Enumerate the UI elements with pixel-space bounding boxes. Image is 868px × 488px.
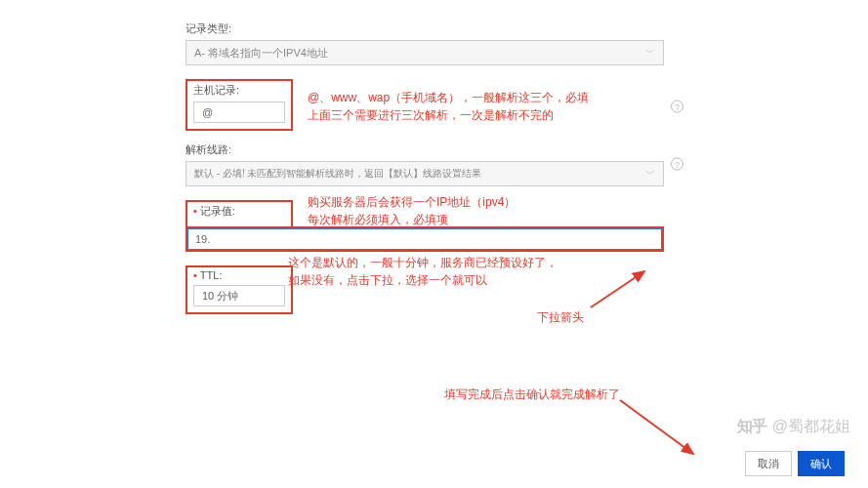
ttl-select[interactable]: 10 分钟 [193,285,285,306]
required-dot: • [193,205,197,217]
confirm-button[interactable]: 确认 [798,451,845,476]
resolve-line-value: 默认 - 必填! 未匹配到智能解析线路时，返回【默认】线路设置结果 [194,167,481,181]
record-type-value: A- 将域名指向一个IPV4地址 [194,46,328,61]
required-dot: • [193,269,197,281]
arrow-icon [586,264,664,312]
help-icon[interactable]: ? [671,101,683,113]
watermark-author: @蜀都花姐 [772,417,850,437]
annotation-host-2: 上面三个需要进行三次解析，一次是解析不完的 [308,106,554,124]
ttl-value: 10 分钟 [202,289,238,304]
record-value-input[interactable]: 19. [186,226,664,252]
record-type-group: 记录类型: A- 将域名指向一个IPV4地址 ﹀ [186,21,664,65]
host-record-value: @ [202,106,213,118]
resolve-line-group: 解析线路: 默认 - 必填! 未匹配到智能解析线路时，返回【默认】线路设置结果 … [186,142,664,186]
arrow-icon [615,395,713,464]
ttl-highlight: •TTL: 10 分钟 [186,265,293,314]
resolve-line-select[interactable]: 默认 - 必填! 未匹配到智能解析线路时，返回【默认】线路设置结果 ﹀ [186,161,664,186]
record-value-highlight: •记录值: [186,200,293,228]
chevron-down-icon: ﹀ [645,167,655,181]
annotation-ttl-2: 如果没有，点击下拉，选择一个就可以 [288,271,487,289]
cancel-button[interactable]: 取消 [745,451,792,476]
svg-line-1 [620,400,693,454]
record-value-text: 19. [195,233,210,245]
annotation-value-2: 每次解析必须填入，必填项 [308,211,448,228]
watermark: 知乎 @蜀都花姐 [737,417,850,437]
annotation-value-1: 购买服务器后会获得一个IP地址（ipv4） [308,193,516,211]
annotation-host-1: @、www、wap（手机域名），一般解析这三个，必填 [308,89,589,106]
record-value-label: •记录值: [193,204,285,219]
resolve-line-label: 解析线路: [186,142,664,157]
annotation-dropdown-arrow: 下拉箭头 [537,308,584,326]
host-record-highlight: 主机记录: @ [186,79,293,131]
annotation-final: 填写完成后点击确认就完成解析了 [444,386,620,403]
svg-line-0 [591,271,644,307]
record-type-label: 记录类型: [186,21,664,36]
help-icon[interactable]: ? [671,158,683,171]
annotation-ttl-1: 这个是默认的，一般十分钟，服务商已经预设好了， [288,254,558,271]
host-record-input[interactable]: @ [193,102,285,123]
footer-buttons: 取消 确认 [745,451,845,476]
zhihu-logo: 知乎 [737,417,766,437]
chevron-down-icon: ﹀ [645,46,655,60]
record-type-select[interactable]: A- 将域名指向一个IPV4地址 ﹀ [186,40,664,65]
host-record-label: 主机记录: [193,83,285,98]
ttl-label: •TTL: [193,269,285,281]
